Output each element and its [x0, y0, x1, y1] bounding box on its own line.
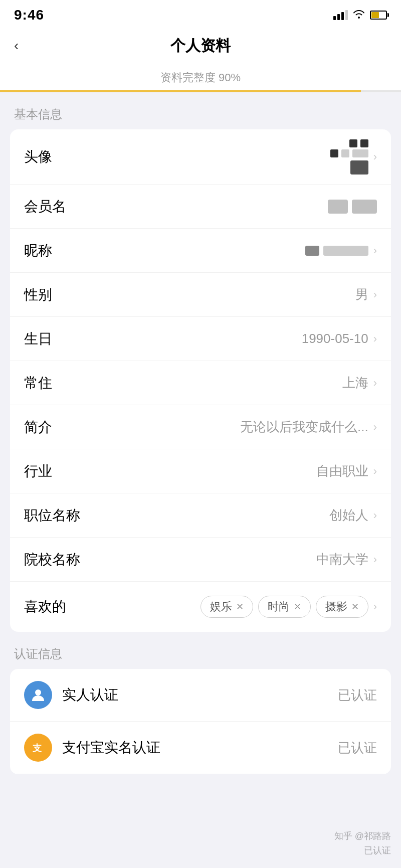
member-row: 会员名 [10, 185, 391, 229]
interests-label: 喜欢的 [24, 597, 66, 616]
school-row[interactable]: 院校名称 中南大学 › [10, 538, 391, 582]
interests-row[interactable]: 喜欢的 娱乐 ✕ 时尚 ✕ 摄影 ✕ › [10, 582, 391, 632]
battery-icon [370, 11, 387, 20]
real-name-cert-row[interactable]: 实人认证 已认证 [10, 669, 391, 722]
tags-area: 娱乐 ✕ 时尚 ✕ 摄影 ✕ [200, 596, 368, 618]
job-title-label: 职位名称 [24, 506, 80, 525]
birthday-row[interactable]: 生日 1990-05-10 › [10, 317, 391, 361]
bio-label: 简介 [24, 418, 52, 437]
gender-label: 性别 [24, 285, 52, 304]
gender-row[interactable]: 性别 男 › [10, 273, 391, 317]
birthday-value: 1990-05-10 [302, 331, 368, 346]
status-time: 9:46 [14, 7, 44, 23]
industry-value-area: 自由职业 › [316, 462, 377, 480]
gender-chevron: › [373, 288, 377, 301]
avatar-value-area: › [330, 139, 377, 175]
nav-bar: ‹ 个人资料 [0, 28, 401, 63]
member-label: 会员名 [24, 197, 66, 216]
school-chevron: › [373, 553, 377, 566]
location-row[interactable]: 常住 上海 › [10, 361, 391, 405]
tag-close-fashion[interactable]: ✕ [294, 601, 301, 612]
alipay-cert-row[interactable]: 支 支付宝实名认证 已认证 [10, 722, 391, 774]
industry-row[interactable]: 行业 自由职业 › [10, 449, 391, 493]
industry-label: 行业 [24, 462, 52, 481]
member-value-area [328, 200, 377, 214]
job-title-value-area: 创始人 › [329, 506, 377, 524]
cert-section-label: 认证信息 [0, 632, 401, 669]
avatar-label: 头像 [24, 147, 52, 166]
watermark-line2: 已认证 [334, 843, 391, 858]
interests-chevron: › [373, 600, 377, 613]
progress-label: 资料完整度 90% [0, 63, 401, 90]
watermark-line1: 知乎 @祁路路 [334, 829, 391, 843]
location-value-area: 上海 › [342, 374, 377, 392]
back-button[interactable]: ‹ [14, 38, 19, 54]
industry-chevron: › [373, 465, 377, 478]
avatar-preview [330, 139, 368, 175]
alipay-cert-label: 支付宝实名认证 [62, 738, 328, 757]
avatar-row[interactable]: 头像 › [10, 129, 391, 185]
watermark: 知乎 @祁路路 已认证 [334, 829, 391, 858]
tag-fashion[interactable]: 时尚 ✕ [258, 596, 311, 618]
birthday-label: 生日 [24, 329, 52, 349]
nickname-value-area: › [305, 244, 377, 257]
nickname-label: 昵称 [24, 241, 52, 260]
job-title-row[interactable]: 职位名称 创始人 › [10, 493, 391, 538]
gender-value-area: 男 › [355, 286, 377, 303]
nickname-blur [305, 246, 368, 256]
tag-close-photography[interactable]: ✕ [351, 601, 359, 612]
location-value: 上海 [342, 374, 368, 392]
member-blur [328, 200, 377, 214]
avatar-chevron: › [373, 150, 377, 163]
bio-chevron: › [373, 421, 377, 434]
location-label: 常住 [24, 374, 52, 393]
school-value-area: 中南大学 › [316, 551, 377, 568]
status-icons [333, 10, 387, 21]
tag-entertainment[interactable]: 娱乐 ✕ [200, 596, 253, 618]
birthday-value-area: 1990-05-10 › [302, 331, 377, 346]
wifi-icon [353, 10, 365, 21]
interests-value-area: 娱乐 ✕ 时尚 ✕ 摄影 ✕ › [200, 596, 377, 618]
bio-value: 无论以后我变成什么... [240, 418, 368, 436]
nickname-row[interactable]: 昵称 › [10, 229, 391, 273]
bio-value-area: 无论以后我变成什么... › [240, 418, 377, 436]
svg-text:支: 支 [32, 743, 42, 753]
school-value: 中南大学 [316, 551, 368, 568]
real-name-cert-label: 实人认证 [62, 685, 328, 705]
page-title: 个人资料 [170, 36, 231, 56]
real-name-cert-icon [24, 681, 52, 709]
tag-photography[interactable]: 摄影 ✕ [316, 596, 368, 618]
location-chevron: › [373, 377, 377, 390]
progress-container: 资料完整度 90% [0, 63, 401, 92]
tag-close-entertainment[interactable]: ✕ [236, 601, 244, 612]
svg-point-0 [35, 689, 41, 696]
job-title-value: 创始人 [329, 506, 368, 524]
basic-info-card: 头像 › 会员名 [10, 129, 391, 632]
school-label: 院校名称 [24, 550, 80, 569]
job-title-chevron: › [373, 509, 377, 522]
basic-section-label: 基本信息 [0, 92, 401, 129]
alipay-cert-status: 已认证 [338, 739, 377, 757]
real-name-cert-status: 已认证 [338, 686, 377, 704]
signal-icon [333, 10, 348, 20]
cert-card: 实人认证 已认证 支 支付宝实名认证 已认证 [10, 669, 391, 774]
nickname-chevron: › [373, 244, 377, 257]
gender-value: 男 [355, 286, 368, 303]
birthday-chevron: › [373, 332, 377, 345]
industry-value: 自由职业 [316, 462, 368, 480]
alipay-cert-icon: 支 [24, 734, 52, 762]
status-bar: 9:46 [0, 0, 401, 28]
bio-row[interactable]: 简介 无论以后我变成什么... › [10, 405, 391, 449]
